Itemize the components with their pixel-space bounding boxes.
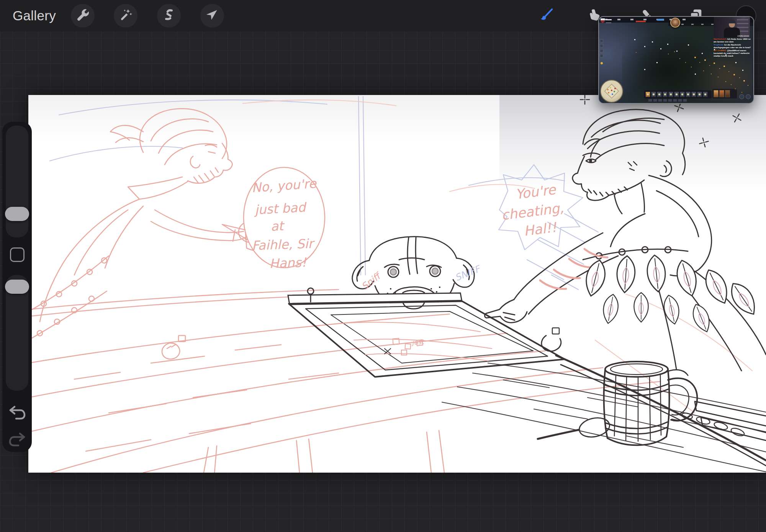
game-character-portrait: [670, 18, 680, 28]
streamer-webcam: 1505/2000: [714, 17, 750, 38]
game-build-toolbar-row2: [648, 99, 698, 102]
brush-size-handle[interactable]: [5, 207, 29, 221]
gold-indicator-icon: [601, 62, 603, 64]
speech-left-line4: Faihle, Sir: [252, 236, 316, 253]
tankard-sketch: [538, 362, 766, 445]
transform-arrow-icon: [205, 8, 219, 24]
resource-progress-segment: [657, 19, 664, 21]
game-build-toolbar: [644, 90, 712, 98]
game-unit-panel: [712, 89, 737, 98]
brush-sidebar: [2, 122, 32, 452]
chat-message: NachtstreichIch finde Anno 1800 ist am b…: [714, 38, 752, 43]
speech-left-line2: just bad: [253, 200, 308, 217]
board-note-text: just: [411, 338, 425, 346]
brush-icon: [539, 8, 554, 24]
actions-button[interactable]: [71, 4, 95, 28]
leaf-mantle: [582, 254, 761, 334]
minimap-player-dots: [611, 90, 612, 91]
opacity-handle[interactable]: [5, 280, 29, 294]
chat-message: WT GAMING@bad99ford waren besiedelt du s…: [714, 49, 752, 57]
chat-message: TropfnoteIst die Nachricht durchgegangen…: [714, 44, 752, 49]
speech-left-line3: at: [270, 218, 285, 234]
artwork-sketch: No, you're just bad at Faihle, Sir Hans!…: [28, 95, 766, 473]
gallery-button[interactable]: Gallery: [13, 0, 56, 31]
chat-username: WT GAMING: [714, 49, 726, 52]
stream-overlay-number: 1505/2000: [737, 35, 749, 37]
resource-alert-segment: [636, 21, 646, 22]
selection-button[interactable]: [157, 4, 181, 28]
undo-icon: [8, 415, 26, 422]
chat-username: Tropfnote: [714, 44, 723, 46]
modify-button[interactable]: [10, 247, 25, 262]
speech-left-line5: Hans!: [269, 255, 307, 271]
sniff-text-left: Sniff: [359, 270, 384, 292]
paint-tool-button[interactable]: [535, 4, 558, 28]
game-side-buttons: [600, 39, 603, 57]
redo-button[interactable]: [8, 431, 26, 447]
adjustments-button[interactable]: [114, 4, 137, 28]
brush-size-slider[interactable]: [6, 126, 28, 237]
stream-chat: NachtstreichIch finde Anno 1800 ist am b…: [714, 38, 752, 58]
game-round-button: [746, 94, 751, 99]
procreate-workspace: No, you're just bad at Faihle, Sir Hans!…: [0, 0, 766, 532]
minimap-diamond: [604, 83, 619, 99]
stream-overlay-window[interactable]: 1505/2000 NachtstreichIch finde Anno 180…: [598, 16, 754, 104]
game-round-button: [739, 94, 744, 99]
speech-bubble-left: No, you're just bad at Faihle, Sir Hans!: [222, 167, 325, 271]
game-minimap: [600, 80, 623, 103]
transform-button[interactable]: [200, 4, 224, 28]
sniff-text-right: SNIFF: [453, 263, 483, 283]
chat-username: Nachtstreich: [714, 38, 727, 40]
selection-s-icon: [162, 8, 176, 24]
drawing-canvas[interactable]: No, you're just bad at Faihle, Sir Hans!…: [28, 95, 766, 473]
streamer-cap: [728, 20, 736, 23]
city-label-dashes: [606, 19, 612, 20]
redo-icon: [8, 442, 26, 449]
opacity-slider[interactable]: [6, 275, 28, 391]
speech-right-line3: Hal!!: [523, 219, 558, 239]
undo-button[interactable]: [8, 404, 26, 421]
wrench-icon: [75, 8, 90, 24]
magic-wand-icon: [118, 8, 133, 24]
